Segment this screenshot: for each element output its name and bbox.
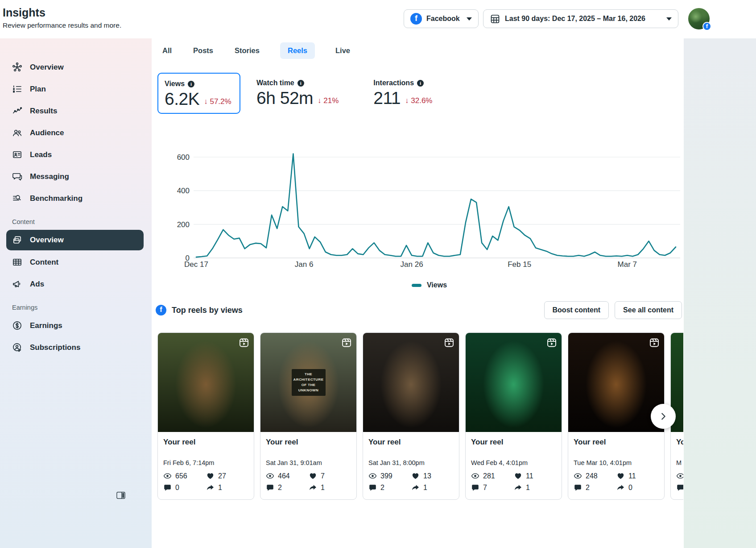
comments-stat: 2 [266,483,309,492]
comments-stat: 2 [574,483,616,492]
comments-stat: 7 [471,483,514,492]
eye-icon [368,472,377,480]
reel-info: Your reel Sat Jan 31, 9:01am 464 7 2 [260,432,356,492]
sidebar-item-content[interactable]: Content [0,251,152,273]
metric-delta-down: ↓ 32.6% [405,96,432,108]
sidebar-item-ads[interactable]: Ads [0,273,152,295]
id-card-icon [12,149,22,160]
views-count: 656 [175,472,187,480]
content-cards-icon [12,235,22,245]
metric-value: 6.2K [165,90,199,108]
info-icon[interactable] [417,80,424,87]
metric-label: Interactions [373,79,414,87]
reel-info: Your reel Wed Feb 4, 4:01pm 281 11 7 [466,432,562,492]
info-icon[interactable] [188,81,194,87]
tab-stories[interactable]: Stories [234,42,260,59]
reel-thumbnail[interactable] [363,333,459,432]
reel-thumbnail[interactable]: THE ARCHITECTURE OF THE UNKNOWN [260,333,356,432]
reel-stats [676,472,683,492]
sidebar-item-results[interactable]: Results [0,100,152,122]
reel-stats: 248 11 2 0 [574,472,659,492]
page-background-gutter [684,38,756,548]
comment-icon [368,483,377,492]
sidebar-item-plan[interactable]: Plan [0,78,152,100]
sidebar-item-benchmarking[interactable]: Benchmarking [0,187,152,209]
collapse-sidebar-button[interactable] [116,491,126,500]
page-selector-dropdown[interactable]: Facebook [404,9,479,28]
reel-thumbnail[interactable] [158,333,254,432]
svg-text:Jan 6: Jan 6 [295,260,314,269]
sidebar-item-audience[interactable]: Audience [0,122,152,144]
tab-all[interactable]: All [161,42,173,59]
metric-delta-down: ↓ 57.2% [204,97,231,108]
sidebar-item-label: Benchmarking [30,194,83,203]
reel-info: Your reel Sat Jan 31, 8:00pm 399 13 2 [363,432,459,492]
facebook-badge-icon [702,22,711,31]
likes-count: 13 [423,472,431,480]
likes-stat: 11 [514,472,556,480]
reel-stats: 281 11 7 1 [471,472,556,492]
heart-icon [309,472,317,480]
page-header: Insights Review performance results and … [0,0,756,38]
sidebar-item-earnings[interactable]: Earnings [0,315,152,336]
comments-count: 2 [586,484,590,492]
thumbnail-caption: THE ARCHITECTURE OF THE UNKNOWN [292,369,326,396]
metric-value: 6h 52m [256,89,313,108]
reel-title: Your reel [574,438,659,447]
reel-card[interactable]: Your reel Fri Feb 6, 7:14pm 656 27 0 [157,332,254,500]
reel-thumbnail[interactable] [568,333,664,432]
sidebar-item-subscriptions[interactable]: Subscriptions [0,336,152,358]
sidebar-item-leads[interactable]: Leads [0,144,152,166]
comments-count: 2 [380,484,384,492]
tab-live[interactable]: Live [335,42,351,59]
profile-avatar[interactable] [688,8,710,29]
reel-title: Your reel [163,438,248,447]
views-stat: 399 [368,472,411,480]
shares-stat: 0 [616,483,659,492]
reels-badge-icon [649,337,660,348]
likes-count: 27 [218,472,226,480]
tab-reels[interactable]: Reels [280,42,315,59]
metric-card-views[interactable]: Views 6.2K ↓ 57.2% [157,73,240,114]
sidebar-item-overview[interactable]: Overview [0,56,152,78]
reel-date: Tue Mar 10, 4:01pm [574,459,659,466]
next-reels-button[interactable] [651,404,676,429]
boost-content-button[interactable]: Boost content [544,301,609,319]
comment-icon [266,483,274,492]
see-all-content-button[interactable]: See all content [615,301,682,319]
page-selector-label: Facebook [426,15,460,23]
sidebar-item-label: Subscriptions [30,343,80,352]
likes-count: 7 [321,472,325,480]
views-legend-swatch [412,284,421,287]
reel-thumbnail[interactable] [466,333,562,432]
metric-card-interactions[interactable]: Interactions 211 ↓ 32.6% [367,73,438,114]
views-line-chart[interactable]: 0200400600Dec 17Jan 6Jan 26Feb 15Mar 7 [176,149,682,269]
views-count: 464 [278,472,290,480]
share-arrow-icon [514,483,522,492]
comments-stat: 2 [368,483,411,492]
network-icon [12,62,22,72]
metric-cards: Views 6.2K ↓ 57.2% Watch time 6h 52m ↓ 2… [157,73,438,114]
reel-card[interactable]: Your reel Wed Feb 4, 4:01pm 281 11 7 [465,332,562,500]
reel-date: Sat Jan 31, 9:01am [266,459,351,466]
views-count: 281 [483,472,495,480]
info-icon[interactable] [297,80,304,87]
views-stat: 281 [471,472,514,480]
date-range-dropdown[interactable]: Last 90 days: Dec 17, 2025 – Mar 16, 202… [483,9,678,28]
reel-card[interactable]: THE ARCHITECTURE OF THE UNKNOWN Your ree… [260,332,357,500]
sidebar-section-earnings: Earnings [0,295,152,315]
reel-info: Your reel Tue Mar 10, 4:01pm 248 11 2 [568,432,664,492]
shares-count: 1 [218,484,222,492]
comments-stat: 0 [163,483,206,492]
shares-count: 1 [423,484,427,492]
reel-card[interactable]: Your reel Sat Jan 31, 8:00pm 399 13 2 [363,332,459,500]
chart-legend: Views [176,281,682,289]
metric-value: 211 [373,89,401,108]
comments-count: 0 [175,484,179,492]
reel-card[interactable]: Your reel Tue Mar 10, 4:01pm 248 11 2 [568,332,665,500]
tab-posts[interactable]: Posts [192,42,214,59]
sidebar-item-messaging[interactable]: Messaging [0,166,152,187]
sidebar-item-content-overview[interactable]: Overview [6,230,144,250]
heart-icon [514,472,522,480]
metric-card-watch-time[interactable]: Watch time 6h 52m ↓ 21% [250,73,345,114]
